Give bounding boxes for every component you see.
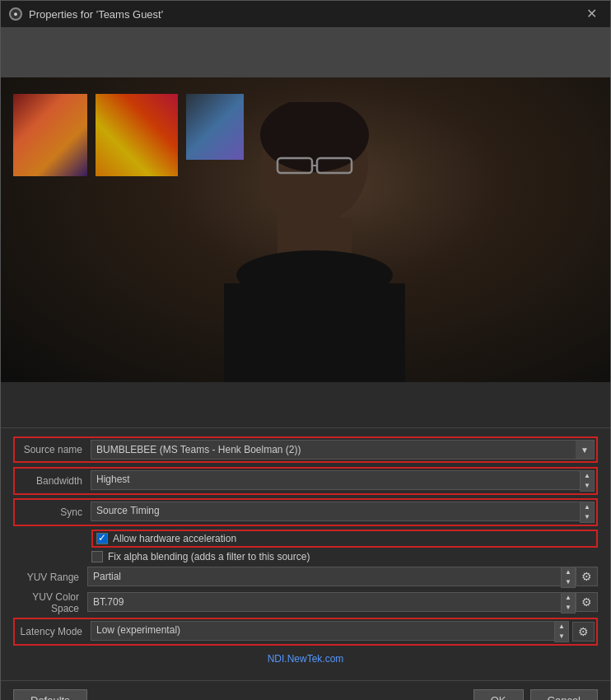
bandwidth-field[interactable]: Highest	[91, 470, 580, 490]
bandwidth-control: Highest ▲ ▼	[91, 470, 595, 492]
sync-label: Sync	[16, 506, 91, 518]
bandwidth-down-btn[interactable]: ▼	[581, 481, 594, 491]
source-name-wrapper: BUMBLEBEE (MS Teams - Henk Boelman (2)) …	[91, 440, 595, 460]
dialog-title: Properties for 'Teams Guest'	[29, 8, 163, 21]
bandwidth-up-btn[interactable]: ▲	[581, 471, 594, 481]
sync-down-btn[interactable]: ▼	[581, 512, 594, 522]
yuv-range-wrapper: Partial ▲ ▼ ⚙	[87, 567, 598, 588]
source-name-field[interactable]: BUMBLEBEE (MS Teams - Henk Boelman (2))	[91, 440, 576, 460]
bandwidth-row: Bandwidth Highest ▲ ▼	[13, 467, 598, 495]
yuv-color-up-btn[interactable]: ▲	[562, 593, 575, 603]
sync-spinner: ▲ ▼	[580, 502, 595, 523]
defaults-button[interactable]: Defaults	[13, 689, 87, 700]
fix-alpha-label[interactable]: Fix alpha blending (adds a filter to thi…	[91, 551, 598, 562]
hw-accel-box: Allow hardware acceleration	[91, 530, 598, 548]
source-name-dropdown-arrow[interactable]: ▼	[576, 440, 595, 460]
yuv-color-gear-btn[interactable]: ⚙	[576, 592, 598, 612]
yuv-color-down-btn[interactable]: ▼	[562, 603, 575, 613]
hw-accel-checkbox[interactable]	[96, 533, 108, 544]
latency-field[interactable]: Low (experimental)	[91, 621, 554, 641]
sync-row: Sync Source Timing ▲ ▼	[13, 498, 598, 526]
sync-field[interactable]: Source Timing	[91, 502, 580, 521]
yuv-range-down-btn[interactable]: ▼	[562, 577, 575, 587]
close-button[interactable]: ✕	[581, 6, 602, 22]
title-bar: ● Properties for 'Teams Guest' ✕	[1, 1, 610, 28]
sync-control: Source Timing ▲ ▼	[91, 502, 595, 523]
person-silhouette	[187, 102, 450, 382]
hw-accel-label[interactable]: Allow hardware acceleration	[96, 533, 236, 544]
yuv-color-wrapper: BT.709 ▲ ▼ ⚙	[87, 592, 598, 614]
gear-icon-3: ⚙	[578, 625, 589, 638]
bandwidth-label: Bandwidth	[16, 475, 91, 487]
hw-accel-container: Allow hardware acceleration	[13, 530, 598, 548]
yuv-color-field[interactable]: BT.709	[87, 592, 561, 612]
latency-row: Latency Mode Low (experimental) ▲ ▼ ⚙	[13, 618, 598, 646]
yuv-range-spinner: ▲ ▼	[561, 567, 576, 588]
preview-bottom-bar	[1, 382, 610, 427]
gear-icon: ⚙	[581, 570, 592, 583]
ndi-link[interactable]: NDI.NewTek.com	[268, 653, 344, 665]
latency-up-btn[interactable]: ▲	[555, 622, 568, 632]
cancel-button[interactable]: Cancel	[530, 689, 598, 700]
gear-icon-2: ⚙	[581, 595, 592, 609]
button-bar: Defaults OK Cancel	[1, 680, 610, 700]
app-icon: ●	[9, 7, 22, 21]
preview-top-bar	[1, 28, 610, 77]
yuv-range-label: YUV Range	[13, 572, 87, 583]
yuv-color-row: YUV Color Space BT.709 ▲ ▼ ⚙	[13, 591, 598, 614]
latency-label: Latency Mode	[16, 626, 91, 637]
yuv-color-label: YUV Color Space	[13, 591, 87, 614]
latency-control: Low (experimental) ▲ ▼	[91, 621, 569, 642]
source-name-label: Source name	[16, 444, 91, 455]
fix-alpha-checkbox[interactable]	[91, 551, 103, 562]
yuv-color-spinner: ▲ ▼	[561, 592, 576, 614]
painting-1	[13, 94, 87, 176]
properties-dialog: ● Properties for 'Teams Guest' ✕	[0, 0, 611, 700]
yuv-range-gear-btn[interactable]: ⚙	[576, 567, 598, 586]
svg-point-8	[236, 250, 393, 300]
latency-spinner: ▲ ▼	[554, 621, 569, 642]
bandwidth-spinner: ▲ ▼	[580, 470, 595, 492]
latency-down-btn[interactable]: ▼	[555, 632, 568, 642]
yuv-range-field[interactable]: Partial	[87, 567, 561, 586]
fix-alpha-text: Fix alpha blending (adds a filter to thi…	[108, 551, 310, 562]
fix-alpha-container: Fix alpha blending (adds a filter to thi…	[13, 551, 598, 562]
latency-gear-btn[interactable]: ⚙	[572, 622, 595, 642]
source-name-row: Source name BUMBLEBEE (MS Teams - Henk B…	[13, 436, 598, 463]
yuv-range-row: YUV Range Partial ▲ ▼ ⚙	[13, 567, 598, 588]
settings-area: Source name BUMBLEBEE (MS Teams - Henk B…	[1, 427, 610, 680]
ok-cancel-group: OK Cancel	[473, 689, 598, 700]
yuv-range-up-btn[interactable]: ▲	[562, 567, 575, 577]
video-preview	[1, 77, 610, 382]
sync-up-btn[interactable]: ▲	[581, 502, 594, 512]
ok-button[interactable]: OK	[473, 689, 524, 700]
ndi-link-row: NDI.NewTek.com	[13, 650, 598, 668]
hw-accel-text: Allow hardware acceleration	[113, 533, 236, 544]
painting-2	[96, 94, 178, 176]
